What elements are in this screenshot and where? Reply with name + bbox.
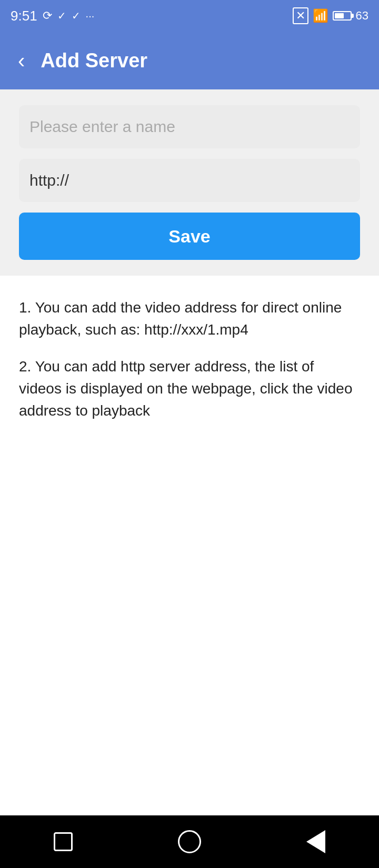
battery-icon [333, 11, 352, 21]
form-section: Save [0, 89, 379, 276]
status-bar: 9:51 ⟳ ✓ ✓ ··· ✕ 📶 63 [0, 0, 379, 32]
instruction-2: 2. You can add http server address, the … [19, 356, 360, 422]
triangle-icon [306, 830, 325, 853]
app-bar: ‹ Add Server [0, 32, 379, 89]
check-icon-2: ✓ [72, 9, 81, 22]
wifi-icon: 📶 [313, 8, 328, 23]
instructions-section: 1. You can add the video address for dir… [0, 276, 379, 458]
navigation-bar [0, 815, 379, 868]
recent-apps-button[interactable] [47, 826, 79, 857]
server-name-input[interactable] [19, 105, 360, 148]
more-icon: ··· [86, 10, 95, 22]
battery-percent: 63 [356, 9, 368, 23]
status-time: 9:51 [11, 8, 37, 24]
sync-icon: ⟳ [43, 9, 52, 23]
square-icon [54, 832, 73, 851]
back-nav-button[interactable] [300, 826, 332, 857]
battery-x-icon: ✕ [293, 7, 308, 24]
page-title: Add Server [41, 49, 147, 72]
instruction-1: 1. You can add the video address for dir… [19, 297, 360, 341]
server-url-input[interactable] [19, 159, 360, 202]
battery-fill [335, 13, 344, 18]
check-icon-1: ✓ [57, 9, 66, 22]
back-button[interactable]: ‹ [13, 45, 30, 76]
status-bar-right: ✕ 📶 63 [293, 7, 368, 24]
status-bar-left: 9:51 ⟳ ✓ ✓ ··· [11, 8, 94, 24]
home-button[interactable] [174, 826, 205, 857]
circle-icon [178, 830, 201, 853]
save-button[interactable]: Save [19, 213, 360, 260]
